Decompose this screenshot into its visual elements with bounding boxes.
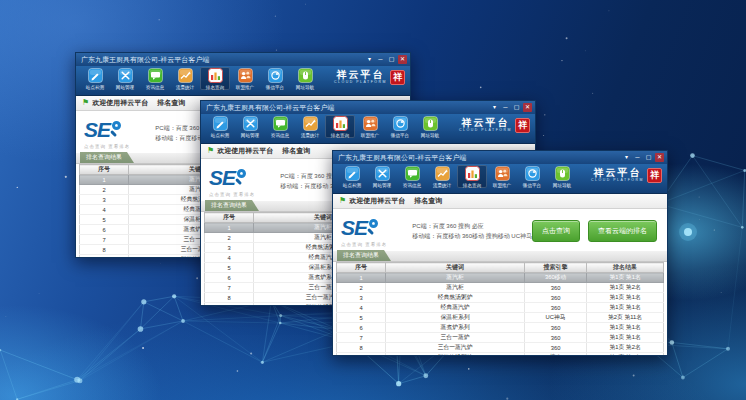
toolbar-item[interactable]: 网站管理 bbox=[110, 67, 140, 90]
toolbar-item[interactable]: 流量统计 bbox=[170, 67, 200, 90]
maximize-button[interactable]: ▢ bbox=[387, 55, 396, 64]
maximize-button[interactable]: ▢ bbox=[512, 103, 521, 112]
table-row[interactable]: 7三合一蒸炉360第1页 第1名 bbox=[337, 333, 664, 343]
table-row[interactable]: 4经典蒸汽炉360第1页 第1名 bbox=[337, 303, 664, 313]
cell-no: 4 bbox=[337, 303, 386, 313]
toolbar-item-label: 微信平台 bbox=[523, 182, 541, 188]
toolbar-item[interactable]: 联盟推广 bbox=[355, 115, 385, 138]
table-row[interactable]: 1蒸汽柜360移动第1页 第1名 bbox=[337, 273, 664, 283]
app-window: 广东九康王厨具有限公司-祥云平台客户端 ▾─▢✕ 站点检测网站管理资讯信息流量统… bbox=[332, 150, 668, 356]
cell-no: 7 bbox=[337, 333, 386, 343]
toolbar-item-label: 资讯信息 bbox=[146, 84, 164, 90]
toolbar-item-label: 网站管理 bbox=[116, 84, 134, 90]
toolbar-item[interactable]: 网站管理 bbox=[235, 115, 265, 138]
toolbar-item[interactable]: 流量统计 bbox=[295, 115, 325, 138]
toolbar-item[interactable]: 资讯信息 bbox=[265, 115, 295, 138]
toolbar-item[interactable]: 微信平台 bbox=[260, 67, 290, 90]
close-button[interactable]: ✕ bbox=[398, 55, 407, 64]
cell-no: 1 bbox=[80, 175, 129, 185]
title-bar[interactable]: 广东九康王厨具有限公司-祥云平台客户端 ▾─▢✕ bbox=[201, 101, 535, 114]
cell-engine: 搜狗 bbox=[525, 353, 587, 357]
welcome-text: 欢迎使用祥云平台 bbox=[217, 146, 273, 156]
cell-no: 8 bbox=[337, 343, 386, 353]
cell-no: 3 bbox=[205, 243, 254, 253]
column-header: 序号 bbox=[80, 165, 129, 175]
skin-button[interactable]: ▾ bbox=[365, 55, 374, 64]
query-button[interactable]: 点击查询 bbox=[532, 220, 580, 242]
cell-no: 2 bbox=[80, 185, 129, 195]
brand-seal-icon: 祥 bbox=[390, 70, 405, 85]
toolbar-item[interactable]: 排名查询 bbox=[325, 115, 355, 138]
window-title: 广东九康王厨具有限公司-祥云平台客户端 bbox=[206, 103, 490, 113]
window-controls: ▾─▢✕ bbox=[365, 55, 407, 64]
toolbar-item[interactable]: 网址导航 bbox=[547, 165, 577, 188]
cell-no: 4 bbox=[80, 205, 129, 215]
brand-seal-icon: 祥 bbox=[515, 118, 530, 133]
cell-no: 6 bbox=[337, 323, 386, 333]
toolbar-item[interactable]: 联盟推广 bbox=[230, 67, 260, 90]
tab-rank-results[interactable]: 排名查询结果 bbox=[205, 200, 259, 211]
table-row[interactable]: 8三合一蒸汽炉360第1页 第2名 bbox=[337, 343, 664, 353]
toolbar-item[interactable]: 站点检测 bbox=[205, 115, 235, 138]
toolbar-item[interactable]: 站点检测 bbox=[337, 165, 367, 188]
toolbar-item-label: 流量统计 bbox=[301, 132, 319, 138]
toolbar-item[interactable]: 站点检测 bbox=[80, 67, 110, 90]
minimize-button[interactable]: ─ bbox=[376, 55, 385, 64]
seo-logo: SE 点击查询 查看排名 bbox=[84, 118, 147, 149]
cell-engine: 360 bbox=[525, 343, 587, 353]
toolbar-item[interactable]: 资讯信息 bbox=[140, 67, 170, 90]
rank-table: 序号关键词搜索引擎排名结果 1蒸汽柜360移动第1页 第1名2蒸汽柜360第1页… bbox=[336, 262, 664, 356]
title-bar[interactable]: 广东九康王厨具有限公司-祥云平台客户端 ▾─▢✕ bbox=[76, 53, 410, 66]
skin-button[interactable]: ▾ bbox=[622, 153, 631, 162]
cell-result: 第1页 第1名 bbox=[587, 353, 664, 357]
cell-no: 1 bbox=[337, 273, 386, 283]
seo-logo-text: SE bbox=[341, 217, 367, 239]
view-cloud-rank-button[interactable]: 查看云端的排名 bbox=[588, 220, 657, 242]
table-row[interactable]: 3经典熬汤粥炉360第1页 第1名 bbox=[337, 293, 664, 303]
toolbar-item[interactable]: 微信平台 bbox=[385, 115, 415, 138]
tab-rank-results[interactable]: 排名查询结果 bbox=[337, 250, 391, 261]
toolbar-item-label: 网址导航 bbox=[553, 182, 571, 188]
table-row[interactable]: 5保温柜系列UC神马第2页 第11名 bbox=[337, 313, 664, 323]
rank-table-body: 1蒸汽柜360移动第1页 第1名2蒸汽柜360第1页 第2名3经典熬汤粥炉360… bbox=[337, 273, 664, 357]
table-row[interactable]: 6蒸煮炉系列360第1页 第1名 bbox=[337, 323, 664, 333]
flag-icon: ⚑ bbox=[207, 147, 214, 155]
toolbar-item[interactable]: 资讯信息 bbox=[397, 165, 427, 188]
toolbar-item[interactable]: 排名查询 bbox=[200, 67, 230, 90]
minimize-button[interactable]: ─ bbox=[633, 153, 642, 162]
minimize-button[interactable]: ─ bbox=[501, 103, 510, 112]
toolbar-item-label: 联盟推广 bbox=[361, 132, 379, 138]
toolbar-item[interactable]: 网址导航 bbox=[415, 115, 445, 138]
cell-result: 第1页 第2名 bbox=[587, 283, 664, 293]
seo-logo: SE 点击查询 查看排名 bbox=[341, 216, 404, 247]
cell-keyword: 经典熬汤粥炉 bbox=[386, 293, 525, 303]
close-button[interactable]: ✕ bbox=[523, 103, 532, 112]
toolbar-item[interactable]: 网址导航 bbox=[290, 67, 320, 90]
brand-logo: 祥云平台 CLOUD PLATFORM 祥 bbox=[591, 168, 662, 183]
window-title: 广东九康王厨具有限公司-祥云平台客户端 bbox=[81, 55, 365, 65]
brand-subtitle: CLOUD PLATFORM bbox=[591, 178, 644, 183]
traffic-chart-icon bbox=[303, 116, 318, 131]
cell-no: 9 bbox=[80, 255, 129, 259]
toolbar: 站点检测网站管理资讯信息流量统计排名查询联盟推广微信平台网址导航 祥云平台 CL… bbox=[333, 164, 667, 194]
toolbar-item[interactable]: 网站管理 bbox=[367, 165, 397, 188]
cell-keyword: 蒸煮炉系列 bbox=[386, 323, 525, 333]
table-row[interactable]: 2蒸汽柜360第1页 第2名 bbox=[337, 283, 664, 293]
toolbar-item[interactable]: 微信平台 bbox=[517, 165, 547, 188]
tab-rank-results[interactable]: 排名查询结果 bbox=[80, 152, 134, 163]
title-bar[interactable]: 广东九康王厨具有限公司-祥云平台客户端 ▾─▢✕ bbox=[333, 151, 667, 164]
toolbar-item[interactable]: 排名查询 bbox=[457, 165, 487, 188]
cell-no: 2 bbox=[205, 233, 254, 243]
toolbar-item[interactable]: 流量统计 bbox=[427, 165, 457, 188]
skin-button[interactable]: ▾ bbox=[490, 103, 499, 112]
cell-engine: 360 bbox=[525, 333, 587, 343]
toolbar-item-label: 网址导航 bbox=[421, 132, 439, 138]
cell-keyword: 三合一蒸汽炉 bbox=[386, 343, 525, 353]
close-button[interactable]: ✕ bbox=[655, 153, 664, 162]
toolbar-item[interactable]: 联盟推广 bbox=[487, 165, 517, 188]
desktop-background: 广东九康王厨具有限公司-祥云平台客户端 ▾─▢✕ 站点检测网站管理资讯信息流量统… bbox=[0, 0, 746, 400]
column-header: 关键词 bbox=[386, 263, 525, 273]
table-row[interactable]: 9智能烧汤粥炉搜狗第1页 第1名 bbox=[337, 353, 664, 357]
maximize-button[interactable]: ▢ bbox=[644, 153, 653, 162]
site-manage-icon bbox=[375, 166, 390, 181]
